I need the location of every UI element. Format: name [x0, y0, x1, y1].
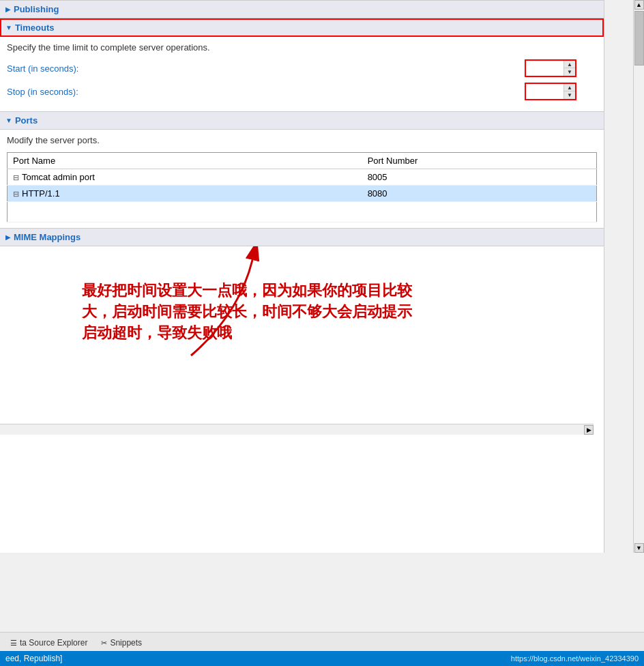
publishing-arrow: ▶ — [5, 5, 11, 13]
port-number-header: Port Number — [362, 153, 597, 169]
table-row[interactable]: ⊟HTTP/1.1 8080 — [8, 186, 597, 202]
port-number-cell: 8005 — [362, 169, 597, 186]
start-label: Start (in seconds): — [7, 63, 525, 74]
ports-title: Ports — [15, 115, 38, 126]
ports-arrow: ▼ — [5, 117, 12, 124]
ports-description: Modify the server ports. — [7, 135, 597, 145]
timeouts-arrow: ▼ — [5, 24, 12, 31]
publishing-section-header[interactable]: ▶ Publishing — [0, 0, 604, 18]
start-spinner-up[interactable]: ▲ — [564, 61, 575, 68]
mime-arrow: ▶ — [5, 233, 11, 241]
annotation-area: 最好把时间设置大一点哦，因为如果你的项目比较 大，启动时间需要比较长，时间不够大… — [0, 246, 604, 424]
main-panel: ▶ Publishing ▼ Timeouts Specify the time… — [0, 0, 604, 553]
snippets-icon: ✂ — [101, 639, 107, 648]
bottom-tabs: ☰ ta Source Explorer ✂ Snippets — [0, 632, 644, 651]
stop-timeout-row: Stop (in seconds): 150 ▲ ▼ — [7, 83, 597, 100]
scrollbar-thumb[interactable] — [634, 11, 644, 66]
tab-snippets-label: Snippets — [110, 638, 142, 648]
scroll-down-arrow[interactable]: ▼ — [634, 543, 644, 553]
ports-body: Modify the server ports. Port Name Port … — [0, 130, 604, 228]
status-bar: eed, Republish] https://blog.csdn.net/we… — [0, 651, 644, 666]
stop-input-group: 150 ▲ ▼ — [525, 83, 576, 100]
port-icon: ⊟ — [13, 173, 19, 182]
start-input-wrapper: 150 ▲ ▼ — [525, 59, 576, 77]
start-input[interactable]: 150 — [526, 61, 564, 76]
timeouts-title: Timeouts — [15, 23, 55, 33]
timeouts-description: Specify the time limit to complete serve… — [7, 42, 597, 53]
mime-title: MIME Mappings — [14, 232, 80, 242]
start-spinner-down[interactable]: ▼ — [564, 68, 575, 76]
stop-label: Stop (in seconds): — [7, 87, 525, 97]
start-input-group: 150 ▲ ▼ — [525, 59, 576, 77]
start-spinner: ▲ ▼ — [564, 61, 575, 76]
table-row-empty — [8, 202, 597, 222]
scroll-up-arrow[interactable]: ▲ — [634, 0, 644, 10]
timeouts-section-header[interactable]: ▼ Timeouts — [0, 18, 604, 37]
annotation-text: 最好把时间设置大一点哦，因为如果你的项目比较 大，启动时间需要比较长，时间不够大… — [82, 280, 597, 343]
scrollbar-right-arrow[interactable]: ▶ — [584, 425, 594, 435]
mime-section-header[interactable]: ▶ MIME Mappings — [0, 228, 604, 246]
publishing-title: Publishing — [14, 4, 59, 14]
port-name-cell: ⊟Tomcat admin port — [8, 169, 362, 186]
status-text: eed, Republish] — [5, 654, 62, 663]
port-number-cell: 8080 — [362, 186, 597, 202]
stop-input-wrapper: 150 ▲ ▼ — [525, 83, 576, 100]
ports-table: Port Name Port Number ⊟Tomcat admin port… — [7, 152, 597, 222]
port-name-cell: ⊟HTTP/1.1 — [8, 186, 362, 202]
empty-cell — [8, 202, 362, 222]
table-row[interactable]: ⊟Tomcat admin port 8005 — [8, 169, 597, 186]
stop-input[interactable]: 150 — [526, 84, 564, 99]
ports-section-header[interactable]: ▼ Ports — [0, 111, 604, 130]
port-name-header: Port Name — [8, 153, 362, 169]
tab-snippets[interactable]: ✂ Snippets — [94, 636, 149, 650]
vertical-scrollbar[interactable]: ▲ ▼ — [633, 0, 644, 553]
stop-spinner: ▲ ▼ — [564, 84, 575, 99]
url-text: https://blog.csdn.net/weixin_42334390 — [511, 654, 639, 663]
stop-spinner-up[interactable]: ▲ — [564, 84, 575, 91]
bottom-bar: ☰ ta Source Explorer ✂ Snippets eed, Rep… — [0, 632, 644, 666]
port-icon: ⊟ — [13, 190, 19, 198]
start-timeout-row: Start (in seconds): 150 ▲ ▼ — [7, 59, 597, 77]
data-source-icon: ☰ — [10, 639, 17, 648]
empty-cell — [362, 202, 597, 222]
stop-spinner-down[interactable]: ▼ — [564, 91, 575, 99]
tab-data-source-label: ta Source Explorer — [20, 638, 87, 648]
horizontal-scrollbar[interactable]: ▶ — [0, 424, 594, 435]
timeouts-body: Specify the time limit to complete serve… — [0, 37, 604, 111]
tab-data-source-explorer[interactable]: ☰ ta Source Explorer — [3, 636, 94, 650]
